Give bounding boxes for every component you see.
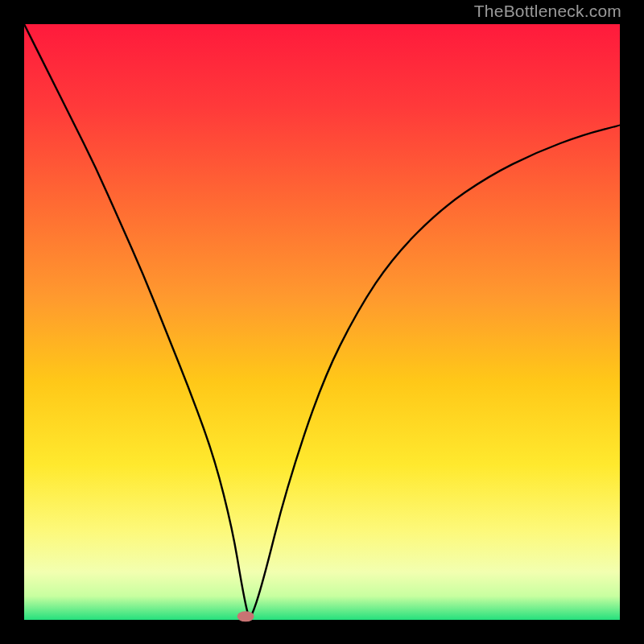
bottleneck-curve (24, 24, 620, 620)
curve-path (24, 24, 620, 617)
watermark-text: TheBottleneck.com (474, 2, 621, 21)
chart-frame: TheBottleneck.com (0, 0, 644, 644)
plot-area (24, 24, 620, 620)
optimal-point-marker (237, 611, 254, 621)
